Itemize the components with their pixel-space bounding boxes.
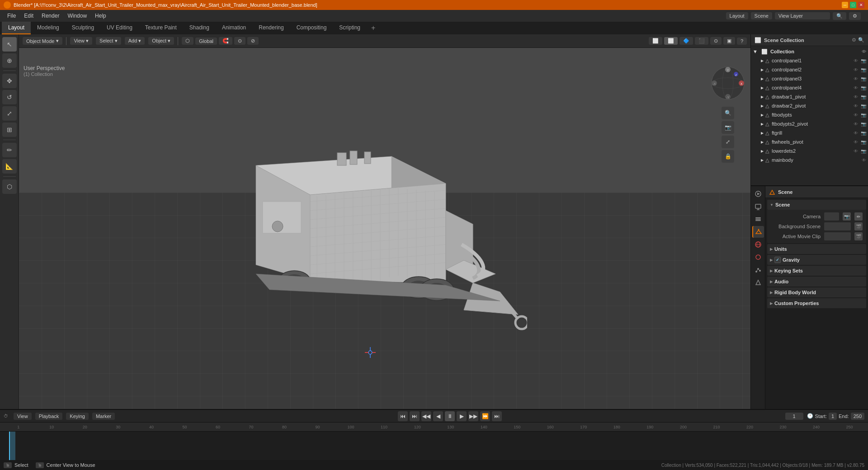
- viewport-select-menu[interactable]: Select ▾: [96, 37, 121, 45]
- item-eye-7[interactable]: 👁: [854, 113, 858, 118]
- timeline-playback-btn[interactable]: Playback: [35, 413, 63, 420]
- outliner-item-mainbody[interactable]: ▶ △ mainbody 👁: [751, 155, 868, 164]
- section-scene-header[interactable]: ▼ Scene: [767, 200, 866, 210]
- outliner-body[interactable]: ▼ ⬜ Collection 👁 ▶ △ controlpanel1 👁 📷 ▶: [751, 46, 868, 185]
- gravity-checkbox[interactable]: ✓: [774, 257, 781, 263]
- tab-rendering[interactable]: Rendering: [252, 22, 290, 34]
- editor-type-button[interactable]: Layout: [726, 12, 748, 19]
- prop-icon-scene[interactable]: [752, 226, 764, 238]
- transform-space-selector[interactable]: Global: [195, 38, 217, 45]
- lock-button[interactable]: 🔒: [722, 150, 734, 163]
- filter-button[interactable]: ⚙: [849, 12, 861, 20]
- item-eye-4[interactable]: 👁: [854, 85, 858, 90]
- add-workspace-button[interactable]: +: [367, 22, 380, 34]
- outliner-search[interactable]: 🔍: [858, 37, 864, 43]
- outliner-item-drawbar1[interactable]: ▶ △ drawbar1_pivot 👁 📷: [751, 92, 868, 101]
- item-eye-10[interactable]: 👁: [854, 140, 858, 145]
- item-eye-2[interactable]: 👁: [854, 67, 858, 72]
- section-audio-header[interactable]: ▶ Audio: [767, 277, 866, 287]
- search-button[interactable]: 🔍: [833, 12, 846, 20]
- tab-texture-paint[interactable]: Texture Paint: [139, 22, 183, 34]
- camera-value[interactable]: [824, 212, 839, 221]
- view-layer-selector[interactable]: View Layer: [775, 12, 830, 19]
- outliner-item-controlpanel4[interactable]: ▶ △ controlpanel4 👁 📷: [751, 83, 868, 92]
- viewport-shading-lkd[interactable]: 🔷: [679, 37, 693, 45]
- jump-end-button[interactable]: ⏭: [492, 411, 502, 421]
- minimize-button[interactable]: ─: [842, 2, 848, 8]
- tool-annotate[interactable]: ✏: [2, 143, 17, 157]
- step-forward-button[interactable]: ▶: [457, 411, 467, 421]
- outliner-item-ftbodypts[interactable]: ▶ △ ftbodypts 👁 📷: [751, 110, 868, 119]
- proportional-edit[interactable]: ⊙: [234, 37, 245, 45]
- viewport-display-mode[interactable]: ⬜: [649, 37, 662, 45]
- menu-render[interactable]: Render: [38, 12, 63, 20]
- timeline-view-btn[interactable]: View: [14, 413, 32, 420]
- tab-scripting[interactable]: Scripting: [333, 22, 367, 34]
- camera-button[interactable]: 📷: [722, 121, 734, 134]
- transform-orientation-button[interactable]: ⤢: [722, 136, 734, 148]
- item-eye-8[interactable]: 👁: [854, 122, 858, 127]
- background-scene-value[interactable]: [824, 222, 851, 230]
- tool-measure[interactable]: 📐: [2, 159, 17, 174]
- item-eye-12[interactable]: 👁: [862, 158, 866, 163]
- viewport-help[interactable]: ?: [737, 38, 747, 45]
- camera-edit-icon[interactable]: ✏: [854, 212, 863, 221]
- step-back-button[interactable]: ◀: [433, 411, 443, 421]
- jump-start-button[interactable]: ⏮: [398, 411, 408, 421]
- tab-modeling[interactable]: Modeling: [31, 22, 66, 34]
- item-eye-6[interactable]: 👁: [854, 103, 858, 108]
- outliner-item-controlpanel3[interactable]: ▶ △ controlpanel3 👁 📷: [751, 74, 868, 83]
- scene-selector[interactable]: Scene: [751, 12, 772, 19]
- timeline-marker-btn[interactable]: Marker: [92, 413, 115, 420]
- vis-filters[interactable]: ⊘: [247, 37, 259, 45]
- play-reverse-button[interactable]: ◀◀: [421, 411, 431, 421]
- viewport[interactable]: Object Mode ▾ View ▾ Select ▾ Add ▾ Obje…: [19, 34, 750, 409]
- viewport-view-menu[interactable]: View ▾: [70, 37, 92, 45]
- play-forward-button[interactable]: ▶▶: [468, 411, 478, 421]
- snap-toggle[interactable]: 🧲: [219, 37, 232, 45]
- tab-sculpting[interactable]: Sculpting: [66, 22, 100, 34]
- tl-type-selector[interactable]: ⏱: [4, 414, 8, 418]
- transform-gizmo[interactable]: [365, 347, 376, 359]
- menu-help[interactable]: Help: [91, 12, 110, 20]
- item-eye-11[interactable]: 👁: [854, 149, 858, 154]
- prop-icon-view-layer[interactable]: [752, 213, 764, 225]
- section-units-header[interactable]: ▶ Units: [767, 244, 866, 254]
- play-pause-button[interactable]: ⏸: [445, 411, 455, 421]
- current-frame-input[interactable]: 1: [785, 413, 803, 420]
- navigation-gizmo[interactable]: Y X -Y -X Z: [710, 65, 746, 101]
- section-keying-header[interactable]: ▶ Keying Sets: [767, 266, 866, 276]
- clip-icon[interactable]: 🎬: [854, 232, 863, 240]
- item-eye-icon[interactable]: 👁: [854, 58, 858, 63]
- tab-compositing[interactable]: Compositing: [290, 22, 333, 34]
- tool-cursor[interactable]: ⊕: [2, 53, 17, 68]
- menu-window[interactable]: Window: [64, 12, 90, 20]
- viewport-object-menu[interactable]: Object ▾: [148, 37, 174, 45]
- tab-layout[interactable]: Layout: [2, 22, 31, 34]
- frame-start-input[interactable]: 1: [829, 413, 837, 420]
- camera-value-icon[interactable]: 📷: [843, 212, 851, 221]
- item-eye-3[interactable]: 👁: [854, 76, 858, 81]
- prop-icon-render[interactable]: [752, 188, 764, 200]
- item-eye-5[interactable]: 👁: [854, 94, 858, 99]
- viewport-overlay[interactable]: ⊙: [710, 37, 722, 45]
- viewport-shading-render[interactable]: ⬛: [695, 37, 708, 45]
- prop-icon-object[interactable]: [752, 251, 764, 263]
- outliner-item-ftgrill[interactable]: ▶ △ ftgrill 👁 📷: [751, 128, 868, 137]
- section-custom-props-header[interactable]: ▶ Custom Properties: [767, 298, 866, 308]
- outliner-item-ftbodypts2[interactable]: ▶ △ ftbodypts2_pivot 👁 📷: [751, 119, 868, 128]
- viewport-add-menu[interactable]: Add ▾: [125, 37, 145, 45]
- outliner-item-controlpanel2[interactable]: ▶ △ controlpanel2 👁 📷: [751, 65, 868, 74]
- tab-animation[interactable]: Animation: [216, 22, 252, 34]
- viewport-shading-solid[interactable]: ⬜: [664, 37, 678, 45]
- tool-move[interactable]: ✥: [2, 74, 17, 88]
- menu-edit[interactable]: Edit: [20, 12, 37, 20]
- tool-add-cube[interactable]: ⬡: [2, 179, 17, 194]
- section-rigid-body-header[interactable]: ▶ Rigid Body World: [767, 287, 866, 297]
- frame-end-input[interactable]: 250: [851, 413, 864, 420]
- maximize-button[interactable]: □: [850, 2, 856, 8]
- tool-scale[interactable]: ⤢: [2, 106, 17, 121]
- section-gravity-header[interactable]: ▶ ✓ Gravity: [767, 255, 866, 265]
- collection-eye-icon[interactable]: 👁: [862, 49, 866, 54]
- mode-selector[interactable]: Object Mode ▾: [23, 37, 62, 45]
